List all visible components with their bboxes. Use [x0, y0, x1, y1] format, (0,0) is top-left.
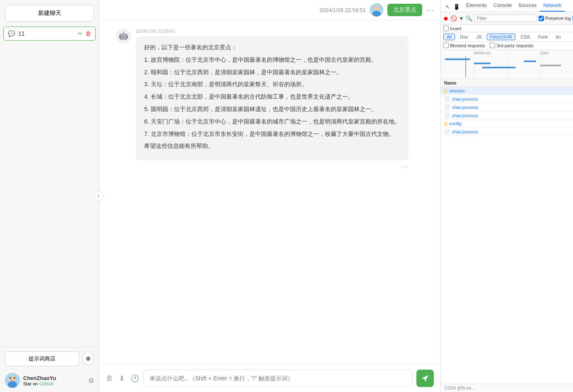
network-row[interactable]: {} session — [441, 87, 573, 95]
delete-message-icon[interactable]: 🗑 — [106, 374, 113, 383]
user-info: ChenZhaoYu Star on GitHub — [23, 375, 85, 386]
collapse-sidebar-button[interactable]: ‹ — [94, 191, 104, 201]
chat-input[interactable] — [143, 370, 412, 387]
network-row[interactable]: {} config — [441, 120, 573, 128]
message-content: 2024/1/26 22:59:41 ○ 好的，以下是一些著名的北京景点： 1.… — [136, 29, 409, 171]
blocked-requests-checkbox[interactable] — [443, 43, 449, 48]
network-row-name: chat-process — [452, 129, 570, 134]
third-party-label[interactable]: 3rd-party requests — [490, 43, 533, 48]
message-more-icon[interactable]: ⋯ — [136, 162, 409, 171]
tab-sources[interactable]: Sources — [515, 0, 540, 12]
preserve-log-label[interactable]: Preserve log — [539, 16, 571, 21]
network-row-name: chat-process — [452, 97, 570, 102]
input-actions: 🗑 ⬇ 🕐 — [106, 374, 139, 383]
network-row[interactable]: 📄 chat-process — [441, 103, 573, 111]
network-timeline — [441, 50, 573, 79]
tab-elements[interactable]: Elements — [463, 0, 490, 12]
message-time: 2024/1/26 22:59:41 — [136, 29, 409, 34]
edit-chat-icon[interactable]: ✏ — [78, 30, 83, 37]
filter-font[interactable]: Font — [535, 34, 551, 40]
sidebar-footer: 提示词商店 ⊕ ChenZhaoYu Star on GitHub — [0, 347, 99, 392]
third-party-checkbox[interactable] — [490, 43, 495, 48]
attraction-7: 7. 北京市博物馆：位于北京市东长安街，是中国最著名的博物馆之一，收藏了大量中国… — [144, 129, 400, 139]
attraction-5: 5. 圆明园：位于北京西郊，是清朝皇家园林遗址，也是中国历史上最著名的皇家园林之… — [144, 104, 400, 114]
filter-img[interactable]: Im — [552, 34, 564, 40]
messages-area: 🤖 2024/1/26 22:59:41 ○ 好的，以下是一些著名的北京景点： … — [99, 20, 440, 364]
prompt-store-button[interactable]: 提示词商店 — [5, 351, 79, 366]
svg-point-6 — [374, 6, 379, 11]
blocked-requests-label[interactable]: Blocked requests — [443, 43, 485, 48]
message-outro: 希望这些信息能有所帮助。 — [144, 141, 400, 151]
network-row-name: session — [449, 88, 570, 93]
invert-checkbox[interactable] — [443, 26, 449, 31]
tab-network[interactable]: Network — [540, 0, 565, 12]
preserve-log-checkbox[interactable] — [539, 16, 544, 21]
message-actions: ○ — [401, 40, 404, 50]
filter-input[interactable] — [474, 15, 537, 22]
filter-css[interactable]: CSS — [517, 34, 533, 40]
new-chat-button[interactable]: 新建聊天 — [5, 5, 94, 22]
user-subtitle: Star on GitHub — [23, 381, 85, 386]
attraction-3: 3. 天坛：位于北京南部，是明清两代的皇家祭天、祈谷的场所。 — [144, 80, 400, 90]
location-button[interactable]: 北京景点 — [387, 4, 422, 16]
name-column-header: Name — [444, 80, 570, 85]
attraction-1: 1. 故宫博物院：位于北京市中心，是中国最著名的博物馆之一，也是中国古代皇家的宫… — [144, 55, 400, 65]
clear-button[interactable]: 🚫 — [450, 14, 457, 23]
header-avatar — [370, 3, 383, 17]
filter-all[interactable]: All — [443, 34, 455, 40]
doc-icon: 📄 — [444, 113, 450, 118]
delete-chat-icon[interactable]: 🗑 — [85, 30, 91, 37]
invert-label[interactable]: Invert — [443, 26, 462, 31]
chat-item[interactable]: 💬 11 ✏ 🗑 — [3, 27, 96, 41]
sidebar: 新建聊天 💬 11 ✏ 🗑 提示词商店 ⊕ — [0, 0, 99, 392]
filter-toggle-button[interactable]: ▼ — [459, 14, 464, 23]
devtools-device-icon[interactable]: 📱 — [452, 2, 461, 11]
settings-icon[interactable]: ⚙ — [88, 377, 94, 385]
search-button[interactable]: 🔍 — [466, 14, 472, 23]
filter-js[interactable]: JS — [473, 34, 485, 40]
doc-icon: 📄 — [444, 96, 450, 102]
devtools-toolbar: ⏺ 🚫 ▼ 🔍 Preserve log — [441, 12, 573, 25]
send-button[interactable] — [416, 370, 434, 387]
tab-console[interactable]: Console — [490, 0, 515, 12]
filter-doc[interactable]: Doc — [457, 34, 471, 40]
doc-icon: 📄 — [444, 104, 450, 110]
chat-item-actions: ✏ 🗑 — [78, 30, 91, 37]
svg-point-3 — [10, 377, 11, 379]
bot-avatar: 🤖 — [116, 29, 131, 44]
github-link[interactable]: GitHub — [39, 381, 53, 386]
chat-header: 2024/1/26 22:58:51 北京景点 ⋯ — [99, 0, 440, 20]
copy-icon[interactable]: ○ — [401, 40, 404, 50]
chat-input-area: 🗑 ⬇ 🕐 — [99, 364, 440, 392]
network-row[interactable]: 📄 chat-process — [441, 111, 573, 120]
avatar — [5, 373, 20, 388]
network-row[interactable]: 📄 chat-process — [441, 95, 573, 103]
network-row-name: chat-process — [452, 105, 570, 110]
network-row-name: config — [449, 121, 570, 126]
chat-timestamp: 2024/1/26 22:58:51 — [319, 7, 366, 13]
svg-text:🤖: 🤖 — [119, 31, 128, 40]
network-list: {} session 📄 chat-process 📄 chat-process… — [441, 87, 573, 384]
chat-list: 💬 11 ✏ 🗑 — [0, 27, 99, 347]
network-list-header: Name — [441, 79, 573, 87]
devtools-panel: ↖ 📱 Elements Console Sources Network ⏺ 🚫… — [440, 0, 573, 392]
svg-point-2 — [8, 381, 17, 388]
network-row-name: chat-process — [452, 113, 570, 118]
message-item: 🤖 2024/1/26 22:59:41 ○ 好的，以下是一些著名的北京景点： … — [116, 29, 424, 171]
attraction-6: 6. 天安门广场：位于北京市中心，是中国最著名的城市广场之一，也是明清两代皇家宫… — [144, 117, 400, 127]
username: ChenZhaoYu — [23, 375, 85, 381]
devtools-cursor-icon[interactable]: ↖ — [444, 2, 451, 11]
chat-icon: 💬 — [8, 30, 15, 37]
extra-icon-button[interactable]: ⊕ — [82, 351, 94, 365]
download-icon[interactable]: ⬇ — [119, 374, 125, 383]
main-chat-area: ‹ 2024/1/26 22:58:51 北京景点 ⋯ 🤖 2024/1/26 … — [99, 0, 440, 392]
filter-fetch-xhr[interactable]: Fetch/XHR — [487, 34, 516, 40]
header-more-icon[interactable]: ⋯ — [426, 5, 434, 15]
svg-point-4 — [14, 377, 15, 379]
doc-icon: 📄 — [444, 129, 450, 134]
chat-item-title: 11 — [18, 30, 78, 37]
record-button[interactable]: ⏺ — [443, 14, 449, 23]
history-icon[interactable]: 🕐 — [131, 374, 139, 383]
network-row[interactable]: 📄 chat-process — [441, 128, 573, 136]
svg-point-7 — [372, 11, 381, 17]
